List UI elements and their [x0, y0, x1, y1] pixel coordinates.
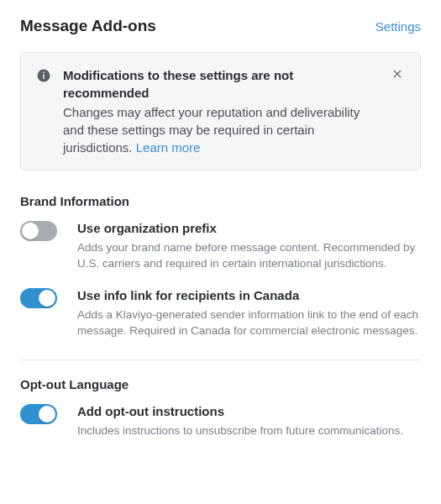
- setting-row-info-link-canada: Use info link for recipients in Canada A…: [20, 287, 421, 354]
- toggle-org-prefix[interactable]: [20, 221, 57, 241]
- section-heading-brand: Brand Information: [20, 194, 421, 208]
- page-header: Message Add-ons Settings: [20, 17, 421, 35]
- section-divider: [20, 360, 421, 360]
- setting-desc: Adds your brand name before message cont…: [77, 240, 421, 272]
- svg-rect-2: [43, 72, 45, 74]
- setting-desc: Includes instructions to unsubscribe fro…: [77, 423, 421, 439]
- banner-title: Modifications to these settings are not …: [63, 66, 378, 102]
- setting-row-org-prefix: Use organization prefix Adds your brand …: [20, 220, 421, 287]
- toggle-opt-out-instructions[interactable]: [20, 404, 57, 424]
- section-heading-optout: Opt-out Language: [20, 377, 421, 391]
- setting-desc: Adds a Klaviyo-generated sender informat…: [77, 307, 421, 339]
- setting-title: Add opt-out instructions: [77, 403, 421, 420]
- close-icon: [391, 68, 403, 80]
- setting-title: Use info link for recipients in Canada: [77, 287, 421, 304]
- toggle-info-link-canada[interactable]: [20, 288, 57, 308]
- banner-text: Modifications to these settings are not …: [63, 66, 378, 156]
- info-icon: [36, 68, 51, 87]
- banner-body: Changes may affect your reputation and d…: [63, 105, 360, 155]
- brand-information-section: Brand Information Use organization prefi…: [20, 194, 421, 354]
- opt-out-language-section: Opt-out Language Add opt-out instruction…: [20, 377, 421, 454]
- page-title: Message Add-ons: [20, 17, 156, 35]
- banner-learn-more-link[interactable]: Learn more: [136, 140, 201, 155]
- setting-title: Use organization prefix: [77, 220, 421, 237]
- settings-link[interactable]: Settings: [375, 19, 421, 34]
- banner-close-button[interactable]: [390, 66, 405, 81]
- warning-banner: Modifications to these settings are not …: [20, 52, 421, 171]
- svg-rect-1: [43, 75, 45, 79]
- setting-row-opt-out: Add opt-out instructions Includes instru…: [20, 403, 421, 454]
